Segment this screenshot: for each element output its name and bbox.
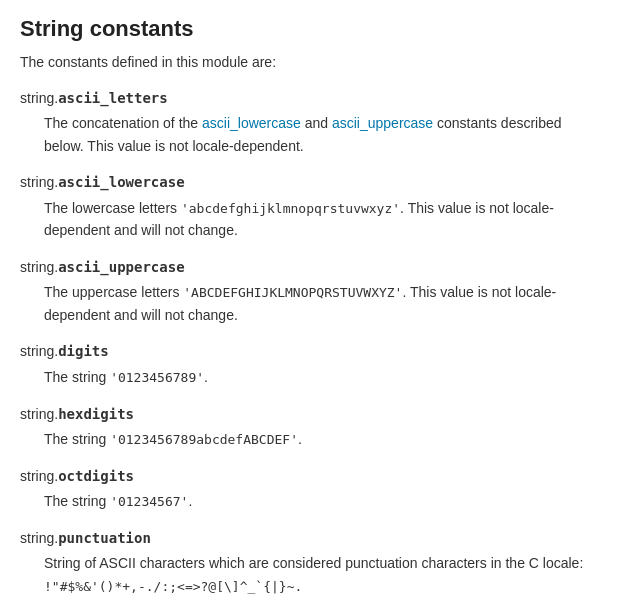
entry-title-ascii_letters: string.ascii_letters bbox=[20, 87, 604, 109]
entry-name: octdigits bbox=[58, 468, 134, 484]
entry-title-ascii_lowercase: string.ascii_lowercase bbox=[20, 171, 604, 193]
entry-desc-ascii_uppercase: The uppercase letters 'ABCDEFGHIJKLMNOPQ… bbox=[44, 281, 604, 326]
entry-link[interactable]: ascii_lowercase bbox=[202, 115, 301, 131]
entry-title-hexdigits: string.hexdigits bbox=[20, 403, 604, 425]
intro-text: The constants defined in this module are… bbox=[20, 52, 604, 73]
entry-name: digits bbox=[58, 343, 109, 359]
entry-name: ascii_letters bbox=[58, 90, 168, 106]
entry-desc-punctuation: String of ASCII characters which are con… bbox=[44, 552, 604, 597]
entry-punctuation: string.punctuationString of ASCII charac… bbox=[20, 527, 604, 597]
entry-name: ascii_uppercase bbox=[58, 259, 184, 275]
entry-desc-octdigits: The string '01234567'. bbox=[44, 490, 604, 513]
module-prefix: string. bbox=[20, 468, 58, 484]
module-prefix: string. bbox=[20, 90, 58, 106]
entry-name: hexdigits bbox=[58, 406, 134, 422]
module-prefix: string. bbox=[20, 174, 58, 190]
entry-ascii_lowercase: string.ascii_lowercaseThe lowercase lett… bbox=[20, 171, 604, 242]
module-prefix: string. bbox=[20, 530, 58, 546]
module-prefix: string. bbox=[20, 343, 58, 359]
entry-link[interactable]: ascii_uppercase bbox=[332, 115, 433, 131]
module-prefix: string. bbox=[20, 259, 58, 275]
entry-digits: string.digitsThe string '0123456789'. bbox=[20, 340, 604, 388]
entry-desc-ascii_letters: The concatenation of the ascii_lowercase… bbox=[44, 112, 604, 157]
entry-ascii_letters: string.ascii_lettersThe concatenation of… bbox=[20, 87, 604, 157]
entry-name: punctuation bbox=[58, 530, 151, 546]
entry-title-ascii_uppercase: string.ascii_uppercase bbox=[20, 256, 604, 278]
entry-hexdigits: string.hexdigitsThe string '0123456789ab… bbox=[20, 403, 604, 451]
entry-octdigits: string.octdigitsThe string '01234567'. bbox=[20, 465, 604, 513]
entry-desc-ascii_lowercase: The lowercase letters 'abcdefghijklmnopq… bbox=[44, 197, 604, 242]
entry-ascii_uppercase: string.ascii_uppercaseThe uppercase lett… bbox=[20, 256, 604, 327]
entry-title-digits: string.digits bbox=[20, 340, 604, 362]
entry-desc-digits: The string '0123456789'. bbox=[44, 366, 604, 389]
entry-title-octdigits: string.octdigits bbox=[20, 465, 604, 487]
entry-name: ascii_lowercase bbox=[58, 174, 184, 190]
entry-desc-hexdigits: The string '0123456789abcdefABCDEF'. bbox=[44, 428, 604, 451]
entry-title-punctuation: string.punctuation bbox=[20, 527, 604, 549]
module-prefix: string. bbox=[20, 406, 58, 422]
page-title: String constants bbox=[20, 16, 604, 42]
